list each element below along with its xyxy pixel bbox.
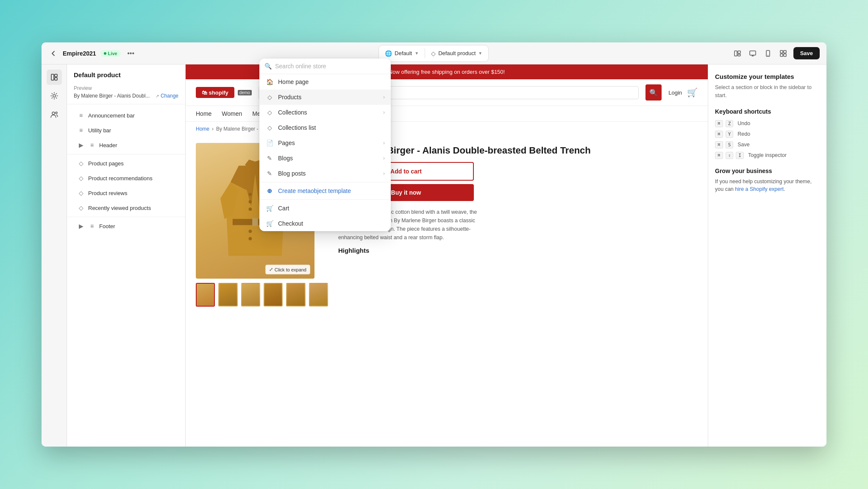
svg-rect-9	[784, 50, 786, 53]
cmd-key: ⌘	[715, 131, 723, 138]
sidebar-settings-icon[interactable]	[47, 88, 62, 103]
chevron-down-icon: ▼	[415, 51, 419, 56]
sidebar-sections-icon[interactable]	[47, 70, 62, 85]
shift-key: ⇧	[726, 152, 734, 159]
dropdown-item-create-metaobject[interactable]: ⊕ Create metaobject template	[259, 183, 391, 198]
product-template-selector[interactable]: ◇ Default product ▼	[425, 45, 488, 61]
svg-rect-2	[738, 54, 740, 56]
section-label: Announcement bar	[88, 112, 135, 119]
chevron-down-icon: ▼	[478, 51, 482, 56]
thumbnail-1[interactable]	[196, 283, 215, 307]
products-icon: ◇	[265, 94, 274, 101]
thumbnail-2[interactable]	[218, 283, 237, 307]
collections-list-icon: ◇	[265, 124, 274, 131]
product-thumbnails	[196, 283, 328, 307]
section-label: Header	[99, 142, 117, 148]
collections-label: Collections	[278, 109, 379, 116]
section-announcement-bar[interactable]: ≡ Announcement bar	[70, 108, 182, 123]
dropdown-item-collections-list[interactable]: ◇ Collections list	[259, 120, 391, 135]
svg-point-17	[56, 112, 57, 114]
top-bar-right: Save	[731, 47, 820, 60]
live-badge: Live	[100, 50, 121, 57]
diamond-icon: ◇	[431, 50, 436, 57]
chevron-right-icon: ›	[383, 94, 385, 100]
dropdown-item-blog-posts[interactable]: ✎ Blog posts ›	[259, 166, 391, 181]
top-bar-center: 🌐 Default ▼ ◇ Default product ▼	[142, 45, 726, 62]
save-button[interactable]: Save	[793, 47, 820, 59]
section-header[interactable]: ▶ ≡ Header	[70, 138, 182, 152]
section-footer[interactable]: ▶ ≡ Footer	[70, 219, 182, 233]
dropdown-item-products[interactable]: ◇ Products ›	[259, 89, 391, 105]
hire-expert-link[interactable]: hire a Shopify expert	[735, 186, 784, 192]
template-dropdown[interactable]: 🔍 🏠 Home page ◇ Products › ◇ Collections…	[259, 59, 391, 231]
cart-icon[interactable]: 🛒	[687, 87, 698, 98]
dropdown-search: 🔍	[259, 59, 391, 74]
more-options-button[interactable]: •••	[125, 48, 137, 59]
products-label: Products	[278, 94, 379, 101]
search-online-store-input[interactable]	[275, 63, 386, 70]
svg-rect-1	[738, 51, 740, 53]
list-icon: ≡	[77, 112, 85, 119]
template-selector-group: 🌐 Default ▼ ◇ Default product ▼	[378, 45, 489, 62]
pages-label: Pages	[278, 140, 379, 146]
shortcut-save: ⌘ S Save	[715, 141, 820, 148]
sidebar-users-icon[interactable]	[47, 107, 62, 122]
dropdown-item-pages[interactable]: 📄 Pages ›	[259, 135, 391, 151]
section-product-pages[interactable]: ◇ Product pages	[70, 156, 182, 170]
s-key: S	[726, 141, 734, 148]
section-recently-viewed[interactable]: ◇ Recently viewed products	[70, 201, 182, 215]
customize-icon[interactable]	[731, 47, 744, 60]
section-utility-bar[interactable]: ≡ Utility bar	[70, 123, 182, 137]
thumbnail-4[interactable]	[264, 283, 283, 307]
panel-divider	[67, 217, 185, 217]
left-sidebar	[42, 64, 67, 447]
svg-point-19	[249, 193, 252, 196]
create-icon: ⊕	[265, 187, 274, 194]
svg-point-20	[249, 200, 252, 204]
panel-divider	[67, 154, 185, 154]
dropdown-item-home[interactable]: 🏠 Home page	[259, 74, 391, 89]
menu-home[interactable]: Home	[196, 110, 211, 117]
back-button[interactable]	[48, 48, 58, 59]
dropdown-item-blogs[interactable]: ✎ Blogs ›	[259, 151, 391, 166]
list-icon: ≡	[88, 223, 96, 229]
dropdown-item-collections[interactable]: ◇ Collections ›	[259, 105, 391, 120]
svg-point-15	[53, 95, 56, 97]
shortcuts-title: Keyboard shortcuts	[715, 108, 820, 115]
login-button[interactable]: Login	[668, 89, 682, 96]
desktop-view-icon[interactable]	[746, 47, 760, 60]
view-mode-icons	[731, 47, 790, 60]
dropdown-item-cart[interactable]: 🛒 Cart	[259, 201, 391, 216]
section-product-recommendations[interactable]: ◇ Product recommendations	[70, 171, 182, 185]
section-product-reviews[interactable]: ◇ Product reviews	[70, 186, 182, 200]
dropdown-item-checkout[interactable]: 🛒 Checkout	[259, 216, 391, 231]
breadcrumb-home[interactable]: Home	[196, 126, 209, 132]
menu-women[interactable]: Women	[222, 110, 242, 117]
store-search-button[interactable]: 🔍	[645, 84, 662, 101]
main-content: Default product Preview By Malene Birger…	[42, 64, 826, 447]
expand-icon: ⤢	[269, 267, 273, 272]
change-link[interactable]: Change	[161, 93, 178, 99]
checkout-label: Checkout	[278, 220, 385, 227]
thumbnail-6[interactable]	[309, 283, 328, 307]
diamond-icon: ◇	[77, 175, 85, 182]
cmd-key: ⌘	[715, 152, 723, 159]
section-label: Utility bar	[88, 127, 111, 134]
svg-point-21	[249, 207, 252, 211]
search-icon: 🔍	[264, 63, 272, 70]
checkout-icon: 🛒	[265, 220, 274, 227]
thumbnail-3[interactable]	[241, 283, 260, 307]
section-label: Product reviews	[88, 190, 127, 196]
grid-view-icon[interactable]	[776, 47, 790, 60]
cart-icon: 🛒	[265, 205, 274, 212]
expand-button[interactable]: ⤢ Click to expand	[265, 265, 310, 274]
svg-rect-8	[780, 50, 783, 53]
thumbnail-5[interactable]	[286, 283, 305, 307]
collections-icon: ◇	[265, 109, 274, 116]
mobile-view-icon[interactable]	[761, 47, 775, 60]
right-panel: Customize your templates Select a sectio…	[708, 64, 826, 447]
left-panel: Default product Preview By Malene Birger…	[67, 64, 186, 447]
grow-title: Grow your business	[715, 168, 820, 174]
customize-title: Customize your templates	[715, 73, 820, 80]
toggle-inspector-label: Toggle inspector	[748, 152, 787, 158]
